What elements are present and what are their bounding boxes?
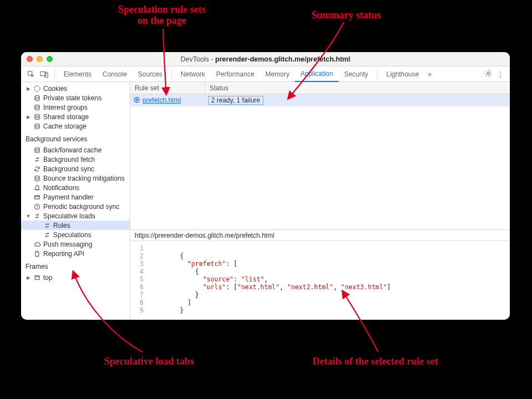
sidebar-item-notif[interactable]: ▶ Notifications <box>21 183 130 192</box>
sidebar-item-push[interactable]: ▶ Push messaging <box>21 239 130 249</box>
sidebar-item-rules[interactable]: Rules <box>21 221 130 230</box>
title-prefix: DevTools - <box>181 55 216 63</box>
annotation-load-tabs: Speculative load tabs <box>104 356 194 367</box>
json-key: "urls" <box>203 283 226 291</box>
device-toggle-icon[interactable] <box>39 70 49 78</box>
tab-elements[interactable]: Elements <box>58 66 97 82</box>
sidebar-label: Push messaging <box>43 241 93 248</box>
transfer-icon <box>33 212 41 220</box>
more-icon[interactable]: ⋮ <box>494 70 507 78</box>
sidebar-item-bfcache[interactable]: ▶ Back/forward cache <box>21 145 130 155</box>
annotation-summary-status: Summary status <box>311 10 381 21</box>
json-key: "source" <box>203 275 233 283</box>
tab-console[interactable]: Console <box>97 66 132 82</box>
svg-point-7 <box>35 114 39 116</box>
sidebar-label: Speculations <box>53 231 91 239</box>
line-number: 1 <box>130 244 144 252</box>
col-status[interactable]: Status <box>205 84 510 92</box>
separator <box>171 69 172 79</box>
table-row[interactable]: prefetch.html 2 ready, 1 failure <box>130 94 510 106</box>
transfer-icon <box>43 222 51 229</box>
tabs-overflow[interactable]: » <box>424 66 435 82</box>
line-number: 5 <box>130 275 144 283</box>
sidebar-item-reporting[interactable]: ▶ Reporting API <box>21 249 130 258</box>
cloud-icon <box>33 241 41 248</box>
source-icon <box>134 96 140 105</box>
line-gutter: 1 2 3 4 5 6 7 8 9 <box>130 244 149 314</box>
sidebar-label: Private state tokens <box>43 94 101 102</box>
main-panel: Rule set Status prefetch.html 2 ready, 1… <box>130 82 510 320</box>
separator <box>377 69 377 79</box>
tab-security[interactable]: Security <box>339 66 374 82</box>
sidebar-label: Background fetch <box>43 156 95 163</box>
inspect-icon[interactable] <box>26 70 36 78</box>
svg-point-8 <box>35 124 39 125</box>
cookie-icon <box>33 85 41 93</box>
status-badge: 2 ready, 1 failure <box>208 96 263 105</box>
rule-set-cell: prefetch.html <box>130 96 205 105</box>
database-icon <box>33 122 41 130</box>
title-url: prerender-demos.glitch.me/prefetch.html <box>215 55 350 63</box>
rule-set-link[interactable]: prefetch.html <box>142 96 181 104</box>
card-icon <box>33 193 41 201</box>
sidebar-label: top <box>43 274 53 282</box>
sidebar-label: Cookies <box>43 85 67 93</box>
sidebar-label: Shared storage <box>43 113 89 121</box>
sidebar-heading-bg: Background services <box>21 131 130 145</box>
sidebar-label: Background sync <box>43 165 94 173</box>
database-icon <box>33 104 41 111</box>
tab-memory[interactable]: Memory <box>260 66 295 82</box>
rules-table-body: prefetch.html 2 ready, 1 failure <box>130 94 510 229</box>
json-string: "next.html" <box>237 283 279 291</box>
tab-lighthouse[interactable]: Lighthouse <box>381 66 424 82</box>
sidebar-label: Back/forward cache <box>43 146 101 154</box>
sidebar-heading-frames: Frames <box>21 258 130 273</box>
svg-point-10 <box>35 176 39 177</box>
line-number: 2 <box>130 252 144 260</box>
svg-point-14 <box>135 97 140 102</box>
transfer-icon <box>33 156 41 163</box>
sidebar-item-top[interactable]: ▶ top <box>21 273 130 282</box>
svg-point-5 <box>35 95 39 97</box>
sidebar-item-bounce[interactable]: ▶ Bounce tracking mitigations <box>21 173 130 183</box>
sidebar-item-cookies[interactable]: ▶ Cookies <box>21 84 130 93</box>
sidebar-item-bgsync[interactable]: ▶ Background sync <box>21 164 130 173</box>
sidebar-item-specloads[interactable]: ▼ Speculative loads <box>21 211 130 221</box>
tab-sources[interactable]: Sources <box>132 66 168 82</box>
sidebar-label: Rules <box>53 222 70 229</box>
tab-performance[interactable]: Performance <box>211 66 260 82</box>
sidebar-item-bgfetch[interactable]: ▶ Background fetch <box>21 155 130 164</box>
sidebar-item-speculations[interactable]: Speculations <box>21 230 130 239</box>
annotation-rule-sets: Speculation rule sets on the page <box>101 4 223 27</box>
sidebar-item-periodic[interactable]: ▶ Periodic background sync <box>21 202 130 211</box>
database-icon <box>33 113 41 121</box>
sidebar-item-shared[interactable]: ▶ Shared storage <box>21 112 130 121</box>
sidebar-label: Cache storage <box>43 122 86 130</box>
sidebar-label: Notifications <box>43 184 79 192</box>
sidebar-item-payment[interactable]: ▶ Payment handler <box>21 192 130 202</box>
line-number: 3 <box>130 260 144 268</box>
tab-application[interactable]: Application <box>295 66 339 82</box>
svg-point-4 <box>34 86 40 91</box>
sidebar-item-pst[interactable]: ▶ Private state tokens <box>21 93 130 103</box>
code-viewer: 1 2 3 4 5 6 7 8 9 { "prefetch": [ { "s <box>130 241 510 320</box>
window-title: DevTools - prerender-demos.glitch.me/pre… <box>21 55 510 63</box>
transfer-icon <box>43 231 51 239</box>
line-number: 8 <box>130 299 144 306</box>
svg-rect-13 <box>35 275 39 279</box>
svg-point-3 <box>487 72 489 74</box>
svg-rect-2 <box>45 73 48 77</box>
database-icon <box>33 175 41 182</box>
annotation-details: Details of the selected rule set <box>313 356 438 367</box>
sidebar-item-cache[interactable]: ▶ Cache storage <box>21 121 130 131</box>
settings-icon[interactable] <box>482 69 494 79</box>
col-rule-set[interactable]: Rule set <box>130 82 205 94</box>
tab-network[interactable]: Network <box>175 66 211 82</box>
line-number: 6 <box>130 283 144 291</box>
json-string: "next3.html" <box>341 283 387 291</box>
sidebar-label: Interest groups <box>43 104 88 111</box>
database-icon <box>33 146 41 154</box>
svg-point-6 <box>35 105 39 106</box>
sidebar-item-interest[interactable]: ▶ Interest groups <box>21 103 130 112</box>
frame-icon <box>33 274 41 282</box>
